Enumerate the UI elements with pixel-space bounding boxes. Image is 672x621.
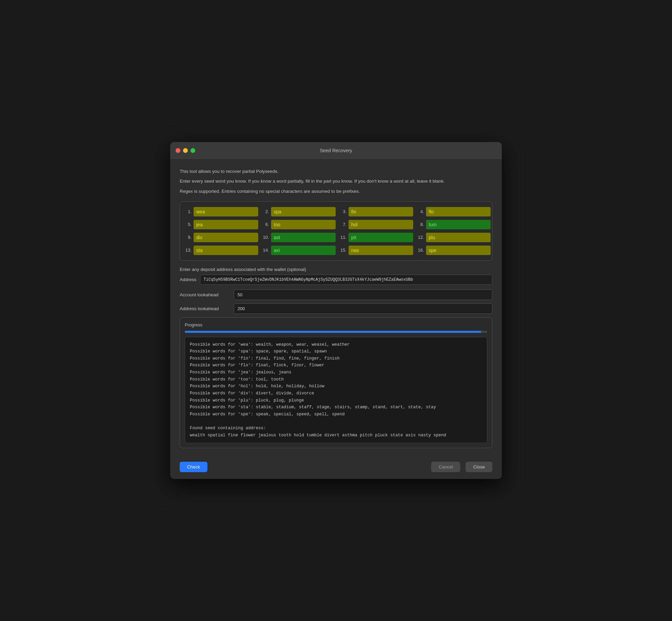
account-lookahead-label: Account lookahead xyxy=(180,292,230,297)
seed-input-8[interactable] xyxy=(426,220,491,229)
seed-input-7[interactable] xyxy=(349,220,413,229)
seed-grid: 1.2.3.4.5.6.7.8.9.10.11.12.13.14.15.16. xyxy=(184,207,488,255)
address-lookahead-input[interactable] xyxy=(234,303,492,314)
seed-item-4: 4. xyxy=(417,207,491,216)
seed-num-8: 8. xyxy=(417,222,424,227)
seed-num-5: 5. xyxy=(184,222,192,227)
seed-item-13: 13. xyxy=(184,246,258,255)
main-window: Seed Recovery This tool allows you to re… xyxy=(170,142,502,479)
seed-num-11: 11. xyxy=(339,235,346,240)
seed-item-16: 16. xyxy=(417,246,491,255)
seed-num-3: 3. xyxy=(339,209,346,214)
seed-item-10: 10. xyxy=(262,233,336,242)
account-lookahead-row: Account lookahead xyxy=(180,290,492,300)
seed-num-15: 15. xyxy=(339,248,346,253)
address-input[interactable] xyxy=(200,275,492,285)
seed-item-7: 7. xyxy=(339,220,413,229)
address-lookahead-label: Address lookahead xyxy=(180,306,230,311)
seed-num-13: 13. xyxy=(184,248,192,253)
progress-output: Possible words for 'wea': wealth, weapon… xyxy=(185,337,487,443)
desc-line2: Enter every seed word you know. If you k… xyxy=(180,178,492,185)
seed-item-11: 11. xyxy=(339,233,413,242)
seed-num-6: 6. xyxy=(262,222,269,227)
desc-line3: Regex is supported. Entries containing n… xyxy=(180,188,492,195)
seed-item-2: 2. xyxy=(262,207,336,216)
account-lookahead-input[interactable] xyxy=(234,290,492,300)
address-row: Address xyxy=(180,275,492,285)
seed-item-9: 9. xyxy=(184,233,258,242)
seed-num-4: 4. xyxy=(417,209,424,214)
seed-item-8: 8. xyxy=(417,220,491,229)
seed-item-1: 1. xyxy=(184,207,258,216)
seed-input-1[interactable] xyxy=(194,207,258,216)
address-section-label: Enter any deposit address associated wit… xyxy=(180,267,492,272)
seed-input-6[interactable] xyxy=(271,220,336,229)
titlebar: Seed Recovery xyxy=(170,142,502,160)
seed-grid-container: 1.2.3.4.5.6.7.8.9.10.11.12.13.14.15.16. xyxy=(180,201,492,261)
seed-input-10[interactable] xyxy=(271,233,336,242)
seed-input-2[interactable] xyxy=(271,207,336,216)
seed-item-3: 3. xyxy=(339,207,413,216)
minimize-traffic-light[interactable] xyxy=(183,148,188,153)
address-section: Enter any deposit address associated wit… xyxy=(180,267,492,285)
seed-item-5: 5. xyxy=(184,220,258,229)
seed-item-6: 6. xyxy=(262,220,336,229)
seed-num-14: 14. xyxy=(262,248,269,253)
progress-bar-fill xyxy=(185,331,481,333)
close-button[interactable]: Close xyxy=(466,462,492,472)
seed-num-12: 12. xyxy=(417,235,424,240)
seed-item-12: 12. xyxy=(417,233,491,242)
seed-input-12[interactable] xyxy=(426,233,491,242)
seed-item-15: 15. xyxy=(339,246,413,255)
cancel-button[interactable]: Cancel xyxy=(431,462,460,472)
desc-line1: This tool allows you to recover partial … xyxy=(180,168,492,175)
seed-input-16[interactable] xyxy=(426,246,491,255)
address-lookahead-row: Address lookahead xyxy=(180,303,492,314)
address-row-label: Address xyxy=(180,277,197,282)
seed-input-13[interactable] xyxy=(194,246,258,255)
seed-input-15[interactable] xyxy=(349,246,413,255)
check-button[interactable]: Check xyxy=(180,462,207,472)
seed-input-14[interactable] xyxy=(271,246,336,255)
seed-input-3[interactable] xyxy=(349,207,413,216)
seed-num-2: 2. xyxy=(262,209,269,214)
seed-num-9: 9. xyxy=(184,235,192,240)
progress-label: Progress xyxy=(185,322,487,327)
seed-num-7: 7. xyxy=(339,222,346,227)
seed-input-11[interactable] xyxy=(349,233,413,242)
footer-right: Cancel Close xyxy=(431,462,492,472)
maximize-traffic-light[interactable] xyxy=(191,148,195,153)
seed-item-14: 14. xyxy=(262,246,336,255)
footer: Check Cancel Close xyxy=(170,456,502,479)
progress-section: Progress Possible words for 'wea': wealt… xyxy=(180,317,492,448)
main-content: This tool allows you to recover partial … xyxy=(170,160,502,457)
seed-input-4[interactable] xyxy=(426,207,491,216)
seed-num-10: 10. xyxy=(262,235,269,240)
window-title: Seed Recovery xyxy=(320,148,352,153)
traffic-lights xyxy=(176,148,195,153)
seed-input-9[interactable] xyxy=(194,233,258,242)
close-traffic-light[interactable] xyxy=(176,148,180,153)
seed-input-5[interactable] xyxy=(194,220,258,229)
seed-num-16: 16. xyxy=(417,248,424,253)
progress-bar-container xyxy=(185,331,487,333)
seed-num-1: 1. xyxy=(184,209,192,214)
